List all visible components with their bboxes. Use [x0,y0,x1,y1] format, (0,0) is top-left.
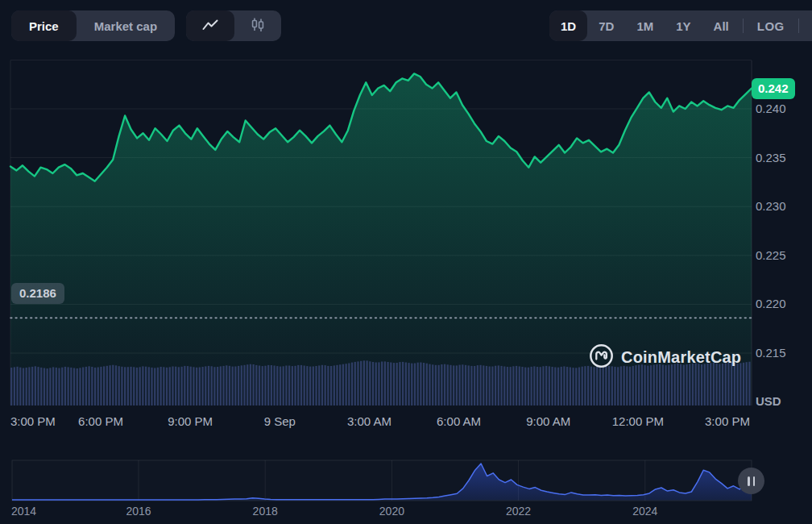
time-tick-label: 3:00 PM [705,414,750,428]
log-scale-button[interactable]: LOG [746,10,796,41]
range-toggle: 1D7D1M1YAll LOG ⋯ [549,10,812,41]
time-tick-label: 12:00 PM [612,414,664,428]
range-button-1d[interactable]: 1D [549,10,587,41]
chart-type-toggle [186,10,281,41]
price-tick-label: 0.230 [756,199,786,213]
time-tick-label: 9 Sep [264,414,296,428]
candlestick-icon [250,17,266,35]
year-tick-label: 2020 [379,505,404,518]
range-button-7d[interactable]: 7D [587,10,625,41]
handle-grip [753,476,756,486]
divider [743,19,744,33]
timeline-brush-handle[interactable] [738,468,764,494]
coinmarketcap-logo-icon [589,343,614,372]
time-tick-label: 3:00 AM [347,414,392,428]
time-tick-label: 9:00 PM [168,414,213,428]
currency-unit-label: USD [756,394,781,408]
more-options-button[interactable]: ⋯ [802,10,812,41]
chart-type-candlestick[interactable] [234,10,281,41]
price-tick-label: 0.225 [756,248,786,262]
metric-tab-price[interactable]: Price [11,10,77,41]
year-tick-label: 2024 [632,505,657,518]
watermark-text: CoinMarketCap [621,348,741,367]
year-tick-label: 2022 [506,505,531,518]
coinmarketcap-watermark: CoinMarketCap [589,343,741,372]
reference-price-badge: 0.2186 [11,283,64,304]
price-tick-label: 0.220 [756,297,786,310]
line-chart-icon [201,19,219,34]
crypto-price-chart-page: PriceMarket cap 1D7D1M1YAll LOG ⋯ 0.2400… [0,0,812,524]
time-tick-label: 6:00 PM [78,414,123,428]
year-tick-label: 2014 [11,505,36,518]
year-tick-label: 2018 [253,505,278,518]
price-tick-label: 0.240 [756,102,786,115]
divider [798,19,799,33]
range-button-all[interactable]: All [702,10,740,41]
time-tick-label: 6:00 AM [437,414,481,428]
time-tick-label: 9:00 AM [526,414,570,428]
year-tick-label: 2016 [126,505,151,518]
chart-type-line-chart[interactable] [186,10,234,41]
metric-toggle: PriceMarket cap [11,10,175,41]
metric-tab-market-cap[interactable]: Market cap [77,10,175,41]
price-tick-label: 0.235 [756,151,786,164]
price-tick-label: 0.215 [756,346,786,360]
range-button-1m[interactable]: 1M [625,10,665,41]
handle-grip [748,476,750,486]
range-button-1y[interactable]: 1Y [665,10,702,41]
current-price-badge: 0.242 [752,78,795,99]
price-chart-surface[interactable] [0,0,812,524]
time-tick-label: 3:00 PM [10,414,56,428]
